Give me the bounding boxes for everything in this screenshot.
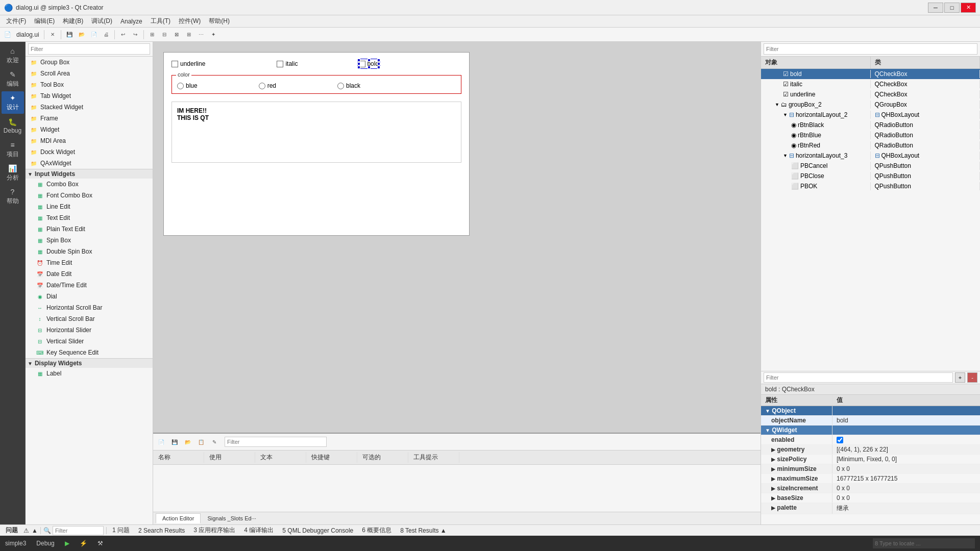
sidebar-item-plaintextedit[interactable]: ▦ Plain Text Edit	[26, 223, 153, 235]
bottom-btn-5[interactable]: ✎	[209, 436, 220, 447]
status-item-5[interactable]: 5 QML Debugger Console	[279, 527, 356, 534]
tree-row-rbtnred[interactable]: ◉ rBtnRed QRadioButton	[761, 140, 980, 151]
checkbox-bold-container[interactable]: bold	[359, 60, 379, 67]
menu-build[interactable]: 构建(B)	[59, 16, 87, 27]
rail-design[interactable]: ✦ 设计	[2, 91, 24, 114]
sidebar-item-tabwidget[interactable]: 📁 Tab Widget	[26, 90, 153, 102]
sidebar-item-hslider[interactable]: ⊟ Horizontal Slider	[26, 324, 153, 336]
enabled-checkbox[interactable]	[837, 437, 843, 443]
props-row-sizepolicy[interactable]: ▶ sizePolicy [Minimum, Fixed, 0, 0]	[761, 455, 980, 464]
rail-help[interactable]: ? 帮助	[2, 185, 24, 208]
props-remove-button[interactable]: -	[967, 372, 977, 383]
sidebar-item-qaxwidget[interactable]: 📁 QAxWidget	[26, 158, 153, 169]
design-canvas[interactable]: underline italic	[153, 42, 761, 433]
toolbar-btn-layout3[interactable]: ⊠	[171, 29, 182, 40]
rail-build-btn[interactable]: ⚒	[92, 538, 108, 548]
sidebar-item-datetimeedit[interactable]: 📅 Date/Time Edit	[26, 280, 153, 291]
sidebar-item-groupbox[interactable]: 📁 Group Box	[26, 57, 153, 68]
props-row-geometry[interactable]: ▶ geometry [(464, 1), 226 x 22]	[761, 445, 980, 455]
rail-project[interactable]: ≡ 项目	[2, 138, 24, 161]
sidebar-item-textedit[interactable]: ▦ Text Edit	[26, 212, 153, 223]
tree-row-pbok[interactable]: ⬜ PBOK QPushButton	[761, 181, 980, 191]
toolbar-btn-save[interactable]: 💾	[64, 29, 75, 40]
toolbar-btn-undo[interactable]: ↩	[117, 29, 129, 40]
bottom-filter-input[interactable]	[225, 437, 327, 447]
tree-row-pbclose[interactable]: ⬜ PBClose QPushButton	[761, 171, 980, 181]
menu-debug[interactable]: 调试(D)	[87, 16, 116, 27]
props-row-objectname[interactable]: objectName bold	[761, 416, 980, 425]
sidebar-item-keyseqedit[interactable]: ⌨ Key Sequence Edit	[26, 347, 153, 358]
status-item-1[interactable]: 1 问题	[109, 526, 133, 535]
sidebar-item-fontcombobox[interactable]: ▦ Font Combo Box	[26, 190, 153, 201]
menu-tools[interactable]: 工具(T)	[146, 16, 175, 27]
radio-black[interactable]: black	[337, 82, 360, 89]
bottom-btn-2[interactable]: 💾	[169, 436, 180, 447]
tree-row-hlayout2[interactable]: ▼ ⊟ horizontalLayout_2 ⊟ QHBoxLayout	[761, 110, 980, 120]
toolbar-btn-close[interactable]: ✕	[47, 29, 58, 40]
status-item-4[interactable]: 4 编译输出	[241, 526, 277, 535]
rail-run-btn1[interactable]: ▶	[60, 538, 75, 548]
menu-analyze[interactable]: Analyze	[116, 17, 146, 26]
sidebar-item-mdiarea[interactable]: 📁 MDI Area	[26, 135, 153, 146]
rail-edit[interactable]: ✎ 编辑	[2, 68, 24, 90]
tree-row-underline[interactable]: ☑ underline QCheckBox	[761, 89, 980, 99]
props-section-qobject[interactable]: ▼ QObject	[761, 406, 980, 416]
checkbox-italic[interactable]: italic	[277, 60, 298, 67]
tree-row-rbtnblack[interactable]: ◉ rBtnBlack QRadioButton	[761, 120, 980, 130]
sidebar-item-doublespinbox[interactable]: ▦ Double Spin Box	[26, 246, 153, 257]
status-item-2[interactable]: 2 Search Results	[135, 527, 188, 534]
section-input-widgets[interactable]: ▼ Input Widgets	[26, 169, 153, 179]
menu-help[interactable]: 帮助(H)	[205, 16, 234, 27]
close-button[interactable]: ✕	[961, 3, 976, 13]
menu-edit[interactable]: 编辑(E)	[30, 16, 59, 27]
toolbar-btn-layout[interactable]: ⊞	[146, 29, 158, 40]
props-add-button[interactable]: +	[955, 372, 965, 383]
toolbar-btn-print[interactable]: 🖨	[101, 29, 112, 40]
sidebar-item-scrollarea[interactable]: 📁 Scroll Area	[26, 68, 153, 79]
sidebar-filter-input[interactable]	[28, 43, 150, 55]
bottom-btn-4[interactable]: 📋	[195, 436, 207, 447]
bottom-btn-3[interactable]: 📂	[182, 436, 193, 447]
sidebar-item-spinbox[interactable]: ▦ Spin Box	[26, 235, 153, 246]
tree-row-groupbox2[interactable]: ▼ 🗂 groupBox_2 QGroupBox	[761, 99, 980, 110]
toolbar-btn-layout2[interactable]: ⊟	[159, 29, 170, 40]
sidebar-item-dockwidget[interactable]: 📁 Dock Widget	[26, 146, 153, 158]
toolbar-btn-layout4[interactable]: ⊞	[183, 29, 194, 40]
menu-file[interactable]: 文件(F)	[2, 16, 30, 27]
rail-analyze[interactable]: 📊 分析	[2, 162, 24, 184]
toolbar-btn-new[interactable]: 📄	[88, 29, 100, 40]
tab-signals-slots[interactable]: Signals _Slots Ed···	[201, 513, 262, 523]
sidebar-item-vslider[interactable]: ⊟ Vertical Slider	[26, 336, 153, 347]
status-search-input[interactable]	[53, 526, 104, 535]
sidebar-item-dateedit[interactable]: 📅 Date Edit	[26, 268, 153, 280]
sidebar-item-frame[interactable]: 📁 Frame	[26, 113, 153, 124]
sidebar-item-widget[interactable]: 📁 Widget	[26, 124, 153, 135]
maximize-button[interactable]: □	[944, 3, 960, 13]
tree-row-italic[interactable]: ☑ italic QCheckBox	[761, 79, 980, 89]
props-filter-input[interactable]	[764, 372, 953, 383]
status-item-6[interactable]: 6 概要信息	[359, 526, 395, 535]
props-row-minsize[interactable]: ▶ minimumSize 0 x 0	[761, 464, 980, 474]
rail-debug[interactable]: 🐛 Debug	[2, 115, 24, 137]
bottom-search-input[interactable]	[873, 538, 975, 548]
section-display-widgets[interactable]: ▼ Display Widgets	[26, 358, 153, 368]
sidebar-item-vscrollbar[interactable]: ↕ Vertical Scroll Bar	[26, 313, 153, 324]
props-row-maxsize[interactable]: ▶ maximumSize 16777215 x 16777215	[761, 474, 980, 484]
tab-action-editor[interactable]: Action Editor	[156, 513, 201, 523]
rail-run-btn2[interactable]: ⚡	[75, 538, 92, 548]
props-row-palette[interactable]: ▶ palette 继承	[761, 503, 980, 514]
status-item-3[interactable]: 3 应用程序输出	[190, 526, 238, 535]
toolbar-btn-layout5[interactable]: ⋯	[195, 29, 207, 40]
toolbar-btn-pointer[interactable]: ✦	[208, 29, 219, 40]
tree-row-rbtnblue[interactable]: ◉ rBtnBlue QRadioButton	[761, 130, 980, 140]
minimize-button[interactable]: ─	[928, 3, 943, 13]
rail-welcome[interactable]: ⌂ 欢迎	[2, 44, 24, 67]
rail-debug-btn[interactable]: Debug	[31, 538, 59, 548]
toolbar-btn-open[interactable]: 📂	[76, 29, 87, 40]
radio-blue[interactable]: blue	[177, 82, 198, 89]
tree-row-pbcancel[interactable]: ⬜ PBCancel QPushButton	[761, 161, 980, 171]
sidebar-item-toolbox[interactable]: 📁 Tool Box	[26, 79, 153, 90]
props-section-qwidget[interactable]: ▼ QWidget	[761, 425, 980, 435]
sidebar-item-lineedit[interactable]: ▦ Line Edit	[26, 201, 153, 212]
bottom-btn-1[interactable]: 📄	[156, 436, 167, 447]
